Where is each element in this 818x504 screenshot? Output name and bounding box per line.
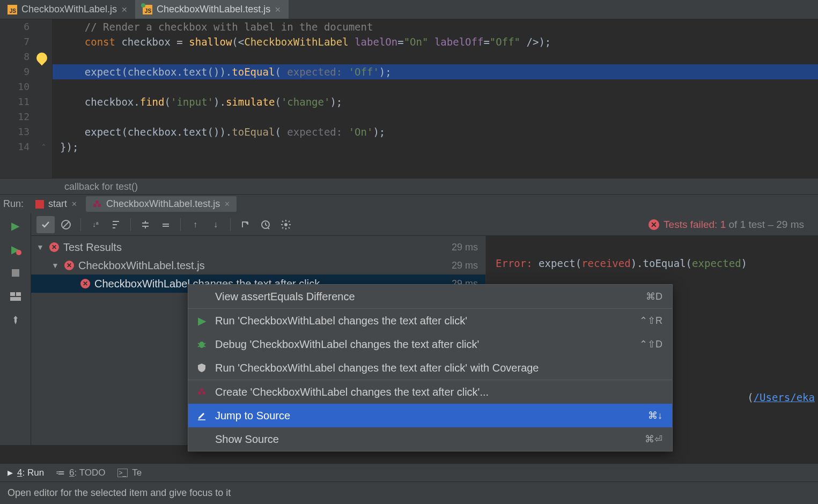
js-test-file-icon: JS <box>143 5 152 14</box>
sort-duration-button[interactable] <box>107 216 125 233</box>
tab-label: CheckboxWithLabel.test.js <box>157 4 270 15</box>
close-icon[interactable]: ✕ <box>71 200 77 208</box>
ctx-view-diff[interactable]: View assertEquals Difference ⌘D <box>188 285 672 308</box>
svg-point-2 <box>95 201 99 204</box>
svg-line-7 <box>63 221 69 228</box>
jest-icon <box>92 199 102 209</box>
show-disabled-button[interactable] <box>57 216 75 233</box>
svg-line-16 <box>289 221 290 222</box>
file-link[interactable]: /Users/eka <box>754 391 815 403</box>
history-button[interactable] <box>256 216 275 233</box>
fail-icon: ✕ <box>49 242 59 252</box>
tool-tab-run[interactable]: ▶ 4: Run <box>8 468 44 478</box>
run-sidebar: ▶ ▶ <box>0 213 31 445</box>
tool-tab-terminal[interactable]: >_ Te <box>117 468 142 478</box>
edit-icon <box>196 411 208 420</box>
rerun-button[interactable]: ▶ <box>9 219 23 233</box>
next-failed-button[interactable]: ↓ <box>207 216 225 233</box>
ctx-debug[interactable]: Debug 'CheckboxWithLabel changes the tex… <box>188 332 672 356</box>
editor-tab-source[interactable]: JS CheckboxWithLabel.js ✕ <box>0 0 135 19</box>
run-label: Run: <box>3 198 24 210</box>
editor[interactable]: 678 91011 121314 ⌃ // Render a checkbox … <box>0 19 818 178</box>
collapse-all-button[interactable] <box>157 216 175 233</box>
fail-icon: ✕ <box>648 219 659 230</box>
fail-icon: ✕ <box>64 261 74 270</box>
svg-line-15 <box>289 227 290 228</box>
chevron-down-icon[interactable]: ▼ <box>36 243 45 251</box>
layout-button[interactable] <box>9 290 23 303</box>
coverage-icon <box>196 363 208 373</box>
svg-rect-3 <box>10 292 15 296</box>
fold-icon[interactable]: ⌃ <box>42 143 46 150</box>
chevron-down-icon[interactable]: ▼ <box>51 261 60 270</box>
close-icon[interactable]: ✕ <box>224 200 230 208</box>
context-menu: View assertEquals Difference ⌘D ▶ Run 'C… <box>188 284 673 451</box>
ctx-run[interactable]: ▶ Run 'CheckboxWithLabel changes the tex… <box>188 309 672 332</box>
sort-alpha-button[interactable]: ↓ª <box>86 216 105 233</box>
tree-root[interactable]: ▼ ✕ Test Results 29 ms <box>31 238 485 256</box>
ctx-show-source[interactable]: Show Source ⌘⏎ <box>188 427 672 451</box>
svg-point-18 <box>199 342 204 348</box>
ctx-coverage[interactable]: Run 'CheckboxWithLabel changes the text … <box>188 356 672 380</box>
svg-point-24 <box>202 391 205 395</box>
jest-icon <box>196 387 208 397</box>
tab-label: CheckboxWithLabel.js <box>21 4 117 15</box>
code-view[interactable]: // Render a checkbox with label in the d… <box>53 19 818 154</box>
status-bar: Open editor for the selected item and gi… <box>0 481 818 504</box>
svg-rect-4 <box>16 292 21 296</box>
test-toolbar: ↓ª ↑ ↓ ✕ <box>31 213 818 236</box>
close-icon[interactable]: ✕ <box>121 5 128 14</box>
show-passed-button[interactable] <box>36 216 55 233</box>
test-status: ✕ Tests failed: 1 of 1 test – 29 ms <box>648 219 813 231</box>
prev-failed-button[interactable]: ↑ <box>186 216 204 233</box>
npm-icon <box>35 200 44 209</box>
breadcrumb[interactable]: callback for test() <box>0 178 818 194</box>
run-tab-start[interactable]: start ✕ <box>29 196 84 212</box>
debug-icon <box>196 339 208 349</box>
tool-tab-todo[interactable]: ≔ 6: TODO <box>56 467 105 478</box>
ctx-create[interactable]: Create 'CheckboxWithLabel changes the te… <box>188 380 672 404</box>
svg-line-17 <box>282 227 283 228</box>
svg-point-1 <box>98 204 101 207</box>
svg-point-25 <box>200 388 203 391</box>
fail-icon: ✕ <box>80 279 90 288</box>
run-icon: ▶ <box>196 314 208 327</box>
run-tab-test[interactable]: CheckboxWithLabel.test.js ✕ <box>86 196 237 212</box>
editor-tab-bar: JS CheckboxWithLabel.js ✕ JS CheckboxWit… <box>0 0 818 19</box>
svg-point-9 <box>284 223 288 226</box>
settings-button[interactable] <box>277 216 295 233</box>
svg-point-0 <box>93 204 97 207</box>
svg-line-22 <box>204 346 205 347</box>
export-button[interactable] <box>236 216 254 233</box>
expand-all-button[interactable] <box>136 216 154 233</box>
ctx-jump-to-source[interactable]: Jump to Source ⌘↓ <box>188 404 672 427</box>
svg-line-21 <box>198 346 200 347</box>
close-icon[interactable]: ✕ <box>275 5 281 14</box>
toggle-autotest-button[interactable]: ▶ <box>9 242 23 256</box>
tool-window-tabs: ▶ 4: Run ≔ 6: TODO >_ Te <box>0 463 818 481</box>
highlighted-line: expect(checkbox.text()).toEqual( expecte… <box>53 64 818 79</box>
js-file-icon: JS <box>8 5 17 14</box>
svg-point-23 <box>198 391 201 395</box>
editor-tab-test[interactable]: JS CheckboxWithLabel.test.js ✕ <box>135 0 289 19</box>
svg-rect-5 <box>10 297 21 301</box>
gutter: 678 91011 121314 ⌃ <box>0 19 53 178</box>
stop-button[interactable] <box>9 266 23 280</box>
svg-line-14 <box>282 221 283 222</box>
pin-button[interactable] <box>9 313 23 327</box>
tree-suite[interactable]: ▼ ✕ CheckboxWithLabel.test.js 29 ms <box>31 256 485 275</box>
run-tab-bar: Run: start ✕ CheckboxWithLabel.test.js ✕ <box>0 194 818 213</box>
